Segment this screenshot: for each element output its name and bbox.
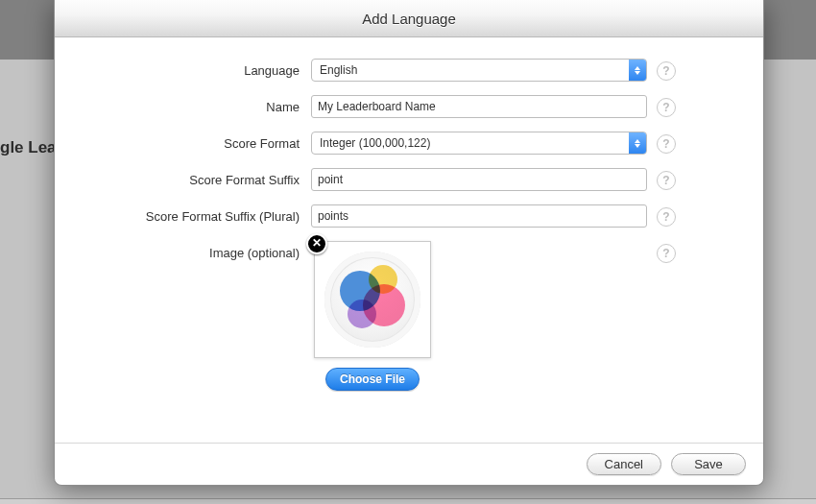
help-icon[interactable]: ? <box>657 98 676 117</box>
add-language-dialog: Add Language Language English ? Name <box>54 0 764 486</box>
cancel-button[interactable]: Cancel <box>587 453 661 475</box>
dialog-title: Add Language <box>55 0 763 37</box>
score-format-select-value: Integer (100,000,122) <box>312 136 629 150</box>
language-select-value: English <box>312 63 629 77</box>
suffix-plural-input[interactable] <box>311 204 647 228</box>
row-score-format: Score Format Integer (100,000,122) ? <box>84 132 734 155</box>
language-select[interactable]: English <box>311 59 647 82</box>
row-name: Name ? <box>84 95 734 118</box>
updown-caret-icon <box>629 60 646 81</box>
label-name: Name <box>84 95 311 114</box>
help-icon[interactable]: ? <box>657 61 676 81</box>
updown-caret-icon <box>629 132 646 154</box>
dialog-body: Language English ? Name ? <box>55 37 763 443</box>
label-language: Language <box>84 59 311 78</box>
dialog-footer: Cancel Save <box>55 443 763 485</box>
choose-file-button[interactable]: Choose File <box>325 368 420 391</box>
background-section-strip: derboa <box>0 498 816 504</box>
gamecenter-icon <box>324 252 420 348</box>
score-format-select[interactable]: Integer (100,000,122) <box>311 132 647 155</box>
help-icon[interactable]: ? <box>657 171 676 190</box>
label-image: Image (optional) <box>84 241 311 260</box>
name-input[interactable] <box>311 95 647 118</box>
help-icon[interactable]: ? <box>657 134 676 154</box>
row-suffix: Score Format Suffix ? <box>84 168 734 191</box>
row-suffix-plural: Score Format Suffix (Plural) ? <box>84 204 734 228</box>
label-suffix: Score Format Suffix <box>84 168 311 187</box>
image-preview: ✕ <box>314 241 431 358</box>
suffix-input[interactable] <box>311 168 647 191</box>
help-icon[interactable]: ? <box>657 207 676 227</box>
row-image: Image (optional) ✕ Choose File <box>84 241 734 391</box>
label-score-format: Score Format <box>84 132 311 151</box>
row-language: Language English ? <box>84 59 734 82</box>
label-suffix-plural: Score Format Suffix (Plural) <box>84 204 311 224</box>
remove-image-icon[interactable]: ✕ <box>306 233 327 254</box>
help-icon[interactable]: ? <box>657 244 676 263</box>
save-button[interactable]: Save <box>671 453 746 475</box>
